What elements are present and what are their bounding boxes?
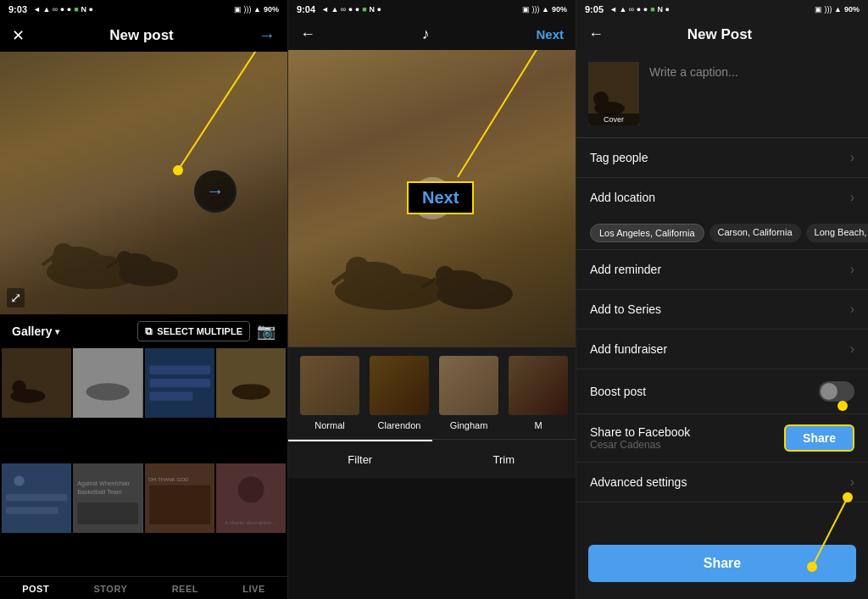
cover-label: Cover [588,114,639,125]
location-chip-carson[interactable]: Carson, California [709,224,801,242]
filter-tab-trim[interactable]: Trim [432,440,576,478]
add-series-label: Add to Series [590,302,661,316]
gallery-item-1[interactable] [2,348,71,418]
select-multiple-button[interactable]: ⧉ SELECT MULTIPLE [137,321,250,341]
share-facebook-row: Share to Facebook Cesar Cadenas Share [576,414,868,463]
gallery-item-7[interactable]: OH THANK GOD [145,463,214,533]
gallery-item-5[interactable] [2,463,71,533]
post-type-post[interactable]: POST [22,584,49,594]
status-bar-3: 9:05 ◄ ▲ ∞ ● ● ■ N ● ▣ ))) ▲ 90% [576,0,868,19]
sound-button[interactable]: ♪ [422,25,430,43]
add-reminder-arrow: › [850,262,854,277]
select-multiple-label: SELECT MULTIPLE [157,326,242,336]
status-notif-icons-3: ■ [650,5,654,14]
filter-name-m: M [534,420,542,430]
location-chip-la[interactable]: Los Angeles, California [590,224,704,242]
signal-icon-3: ▣ ))) ▲ [815,5,842,14]
add-series-row[interactable]: Add to Series › [576,290,868,330]
top-bar-3: ← New Post [576,19,868,50]
add-fundraiser-label: Add fundraiser [590,342,667,356]
location-chip-lb[interactable]: Long Beach, Cali [806,224,868,242]
tag-people-row[interactable]: Tag people › [576,138,868,178]
battery-1: 90% [264,5,279,14]
status-bar-left-1: 9:03 ◄ ▲ ∞ ● ● ■ N ● [8,4,93,14]
gallery-thumb-svg-1 [2,348,71,418]
panel-new-post: 9:03 ◄ ▲ ∞ ● ● ■ N ● ▣ ))) ▲ 90% ✕ New p… [0,0,288,599]
post-type-live[interactable]: LIVE [242,584,264,594]
next-annotation-box: Next [407,181,474,214]
main-image-1: ⤢ → [0,52,287,314]
svg-point-15 [86,383,130,401]
add-series-arrow: › [850,302,854,317]
close-button[interactable]: ✕ [12,26,25,45]
add-location-arrow: › [850,190,854,205]
filter-row: Normal Clarendon Gingham M [288,347,576,439]
gallery-item-2[interactable] [73,348,142,418]
filter-gingham[interactable]: Gingham [439,356,498,430]
svg-point-2 [53,243,74,263]
arrow-icon-1: → [206,180,225,202]
video-preview: Next [288,50,576,347]
status-bar-right-2: ▣ ))) ▲ 90% [522,5,567,14]
filter-name-normal: Normal [314,420,344,430]
svg-text:OH THANK GOD: OH THANK GOD [148,475,189,481]
gallery-thumb-svg-2 [73,348,142,418]
gallery-item-8[interactable]: A charity description... [216,463,286,533]
caption-input[interactable]: Write a caption... [649,62,738,79]
filter-img-normal [300,356,359,415]
filter-tab-filter[interactable]: Filter [288,440,432,478]
boost-post-toggle[interactable] [819,381,854,402]
post-type-reel[interactable]: REEL [172,584,198,594]
svg-point-21 [231,384,270,400]
boost-post-row: Boost post [576,369,868,414]
gallery-item-6[interactable]: Against Wheelchair Basketball Team [73,463,142,533]
svg-text:Against Wheelchair: Against Wheelchair [77,479,131,486]
share-section: Share [576,502,868,599]
filter-img-clarendon [370,356,429,415]
filter-tabs: Filter Trim [288,439,576,478]
status-icons-1: ◄ ▲ ∞ ● ● [33,5,71,14]
gallery-thumb-svg-6: Against Wheelchair Basketball Team [73,463,142,533]
status-bar-right-3: ▣ ))) ▲ 90% [815,5,860,14]
panel-video-edit: 9:04 ◄ ▲ ∞ ● ● ■ N ● ▣ ))) ▲ 90% ← ♪ Nex… [288,0,576,599]
gallery-text: Gallery [12,324,52,338]
gallery-grid: Against Wheelchair Basketball Team OH TH… [0,348,287,576]
gallery-toolbar: Gallery ▾ ⧉ SELECT MULTIPLE 📷 [0,314,287,348]
bird-silhouette-1 [25,213,195,297]
signal-icon-1: ▣ ))) ▲ [234,5,261,14]
filter-clarendon[interactable]: Clarendon [370,356,429,430]
share-fb-header: Share to Facebook Cesar Cadenas Share [590,424,854,452]
next-button-2[interactable]: Next [536,27,564,42]
add-fundraiser-row[interactable]: Add fundraiser › [576,330,868,369]
post-type-bar: POST STORY REEL LIVE [0,576,287,599]
filter-thumb-normal [300,356,359,415]
svg-rect-29 [77,502,138,524]
add-location-row[interactable]: Add location › [576,178,868,217]
expand-icon[interactable]: ⤢ [7,288,25,308]
filter-normal[interactable]: Normal [300,356,359,430]
next-arrow-button[interactable]: → [259,25,275,45]
filter-m[interactable]: M [509,356,568,430]
gallery-item-4[interactable] [216,348,286,418]
top-bar-2: ← ♪ Next [288,19,576,50]
share-fb-sublabel: Cesar Cadenas [590,439,690,451]
filter-thumb-clarendon [370,356,429,415]
yellow-dot-panel3 [837,401,848,411]
camera-button[interactable]: 📷 [257,322,275,341]
gallery-label[interactable]: Gallery ▾ [12,324,59,338]
add-reminder-row[interactable]: Add reminder › [576,250,868,290]
select-icon: ⧉ [145,325,153,337]
svg-point-13 [12,380,25,394]
svg-point-38 [346,257,370,280]
share-main-button[interactable]: Share [588,545,856,582]
status-notif-icons-2: ■ [362,5,366,14]
back-button-2[interactable]: ← [300,25,315,43]
gallery-item-3[interactable] [145,348,214,418]
status-bar-right-1: ▣ ))) ▲ 90% [234,5,279,14]
status-bar-2: 9:04 ◄ ▲ ∞ ● ● ■ N ● ▣ ))) ▲ 90% [288,0,576,19]
advanced-settings-row[interactable]: Advanced settings › [576,463,868,502]
back-button-3[interactable]: ← [588,25,604,43]
share-facebook-button[interactable]: Share [784,424,854,452]
svg-rect-25 [6,507,58,513]
post-type-story[interactable]: STORY [93,584,127,594]
